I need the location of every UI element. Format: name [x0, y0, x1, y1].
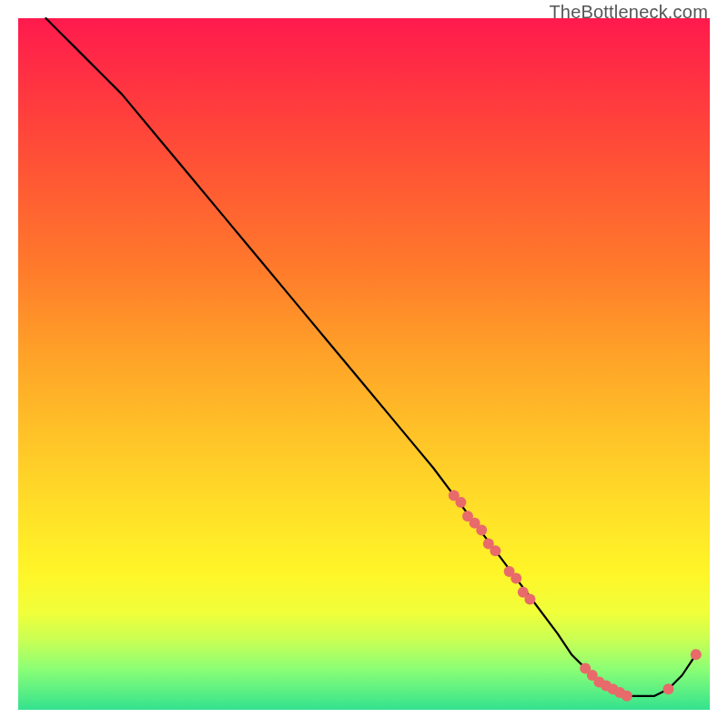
svg-point-18 [662, 683, 673, 694]
svg-point-10 [524, 593, 535, 604]
chart-highlight-dots [449, 490, 702, 701]
chart-overlay [18, 18, 710, 710]
svg-point-4 [476, 524, 487, 535]
svg-point-8 [511, 573, 521, 584]
chart-curve [46, 18, 695, 696]
svg-point-19 [691, 649, 702, 660]
svg-point-6 [490, 545, 500, 556]
svg-point-1 [455, 497, 466, 508]
chart-container: TheBottleneck.com [0, 0, 728, 728]
svg-point-17 [622, 691, 632, 702]
